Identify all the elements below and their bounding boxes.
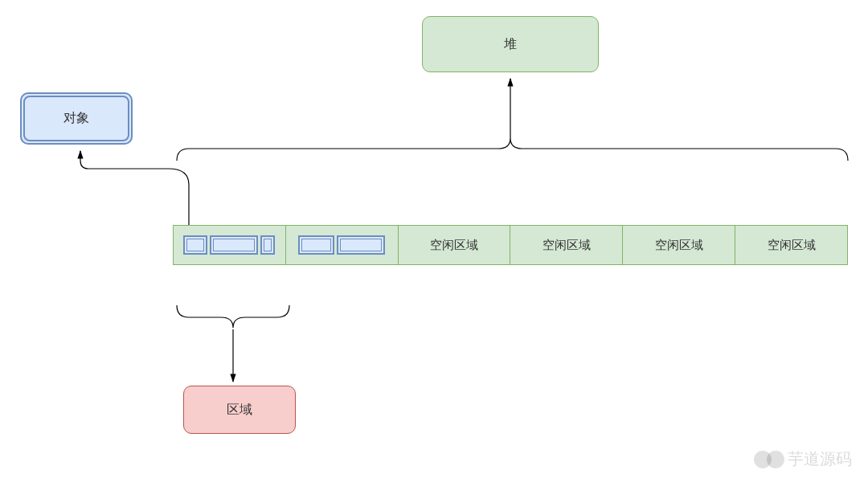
memory-cell: 空闲区域 xyxy=(399,226,511,264)
memory-cell: 空闲区域 xyxy=(735,226,847,264)
region-label: 区域 xyxy=(227,402,252,419)
wechat-icon xyxy=(767,451,784,468)
free-region-label: 空闲区域 xyxy=(768,238,816,253)
object-label: 对象 xyxy=(63,110,89,127)
memory-cell xyxy=(174,226,286,264)
memory-cell: 空闲区域 xyxy=(623,226,735,264)
memory-cell xyxy=(286,226,399,264)
allocated-object xyxy=(210,235,258,255)
watermark-text: 芋道源码 xyxy=(788,448,852,470)
allocated-object xyxy=(183,235,207,255)
memory-strip: 空闲区域空闲区域空闲区域空闲区域 xyxy=(173,225,848,265)
object-label-box: 对象 xyxy=(20,92,133,145)
free-region-label: 空闲区域 xyxy=(655,238,703,253)
heap-label-box: 堆 xyxy=(422,16,599,72)
allocated-object xyxy=(337,235,385,255)
region-label-box: 区域 xyxy=(183,386,296,434)
memory-cell: 空闲区域 xyxy=(510,226,623,264)
free-region-label: 空闲区域 xyxy=(430,238,478,253)
heap-label: 堆 xyxy=(504,36,517,53)
watermark: 芋道源码 xyxy=(754,448,852,470)
allocated-object xyxy=(260,235,275,255)
free-region-label: 空闲区域 xyxy=(542,238,591,253)
allocated-object xyxy=(298,235,334,255)
